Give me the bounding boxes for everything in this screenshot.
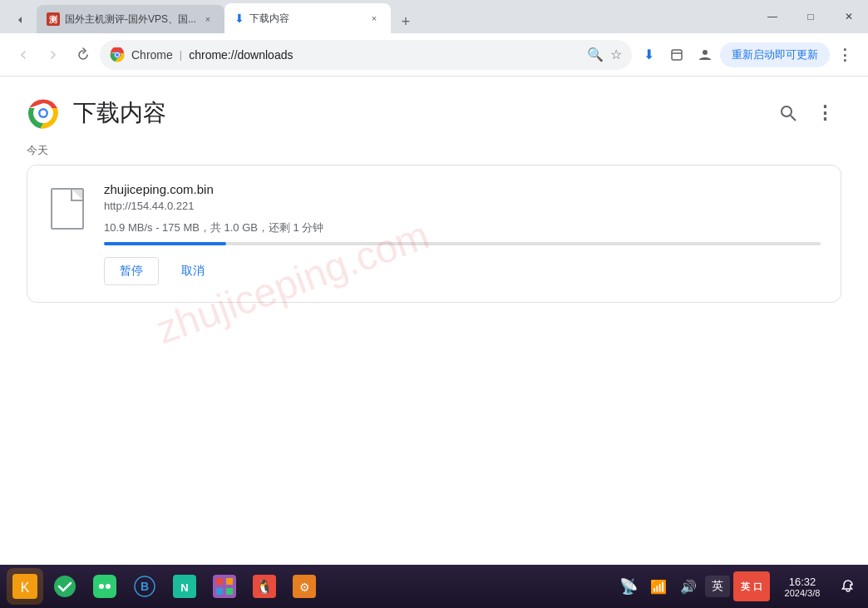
- page-header-right: ⋮: [772, 96, 841, 130]
- minimize-button[interactable]: —: [753, 0, 792, 33]
- ime-label: 英: [712, 579, 723, 594]
- chrome-logo-address: [110, 47, 125, 62]
- svg-rect-28: [226, 588, 233, 595]
- taskbar-signal-icon[interactable]: 📶: [645, 573, 672, 600]
- download-card-0: zhujiceping.com.bin http://154.44.0.221 …: [27, 165, 841, 303]
- download-status-icon[interactable]: ⬇: [635, 42, 662, 68]
- chrome-logo-page: [27, 96, 60, 130]
- taskbar-app-nvidia[interactable]: N: [166, 568, 203, 605]
- menu-button[interactable]: ⋮: [831, 42, 858, 68]
- svg-text:N: N: [180, 581, 188, 594]
- svg-point-4: [116, 53, 119, 57]
- progress-bar-fill: [104, 242, 226, 245]
- close-button[interactable]: ✕: [830, 0, 868, 33]
- download-progress-text: 10.9 MB/s - 175 MB，共 1.0 GB，还剩 1 分钟: [104, 220, 821, 235]
- taskbar-app-penguin[interactable]: 🐧: [246, 568, 283, 605]
- svg-rect-27: [216, 588, 223, 595]
- tab-download-icon: ⬇: [234, 12, 244, 25]
- clock-date: 2024/3/8: [785, 588, 821, 598]
- more-options-button[interactable]: ⋮: [808, 96, 841, 130]
- forward-button: [40, 42, 67, 68]
- bookmark-icon[interactable]: ☆: [610, 47, 622, 62]
- svg-rect-17: [93, 575, 116, 598]
- svg-rect-5: [672, 50, 682, 60]
- pause-button[interactable]: 暂停: [104, 257, 159, 285]
- sogou-label: 英 口: [741, 581, 762, 593]
- taskbar-app-kankan[interactable]: K: [7, 568, 43, 605]
- update-button[interactable]: 重新启动即可更新: [720, 42, 830, 67]
- svg-point-11: [41, 111, 47, 116]
- tab-bar: 测 国外主机测评-国外VPS、国... × ⬇ 下载内容 × +: [0, 0, 753, 33]
- tab-active-1[interactable]: ⬇ 下载内容 ×: [224, 3, 391, 33]
- nav-right-icons: ⬇ 重新启动即可更新 ⋮: [635, 42, 858, 68]
- url-separator: |: [180, 48, 182, 61]
- taskbar-app-bluetooth[interactable]: B: [126, 568, 163, 605]
- taskbar-app-wechat[interactable]: [86, 568, 123, 605]
- download-actions: 暂停 取消: [104, 257, 821, 285]
- svg-text:⚙: ⚙: [299, 581, 310, 594]
- url-display: chrome://downloads: [189, 48, 580, 62]
- profile-icon[interactable]: [692, 42, 718, 68]
- address-search-icon[interactable]: 🔍: [587, 47, 604, 62]
- svg-text:测: 测: [49, 15, 57, 24]
- back-button: [10, 42, 37, 68]
- address-bar[interactable]: Chrome | chrome://downloads 🔍 ☆: [100, 40, 632, 70]
- sogou-indicator[interactable]: 英 口: [733, 571, 770, 601]
- svg-point-19: [106, 584, 111, 589]
- svg-point-12: [782, 106, 792, 116]
- section-date-label: 今天: [27, 143, 841, 158]
- taskbar-app-tool[interactable]: ⚙: [286, 568, 323, 605]
- clock-time: 16:32: [789, 576, 816, 588]
- tab-scroll-back[interactable]: [7, 7, 33, 33]
- page-header-left: 下载内容: [27, 96, 166, 130]
- taskbar-app-colorful[interactable]: [206, 568, 243, 605]
- tab-close-1[interactable]: ×: [367, 12, 381, 25]
- progress-bar-container: [104, 242, 821, 245]
- clock-area[interactable]: 16:32 2024/3/8: [773, 576, 831, 598]
- tab-close-0[interactable]: ×: [201, 12, 215, 26]
- svg-text:🐧: 🐧: [256, 579, 273, 595]
- download-source-url[interactable]: http://154.44.0.221: [104, 200, 821, 212]
- page-content: zhujiceping.com 下载内容: [0, 77, 868, 565]
- svg-text:B: B: [141, 580, 149, 593]
- svg-rect-26: [226, 578, 233, 585]
- search-downloads-button[interactable]: [772, 96, 805, 130]
- ime-indicator[interactable]: 英: [705, 576, 730, 597]
- svg-point-7: [703, 50, 708, 55]
- downloads-section: 今天 zhujiceping.com.bin http://154.44.0.2…: [0, 136, 868, 309]
- svg-text:K: K: [21, 581, 30, 595]
- tab-view-icon[interactable]: [663, 42, 690, 68]
- tab-title-0: 国外主机测评-国外VPS、国...: [65, 12, 196, 27]
- maximize-button[interactable]: □: [792, 0, 830, 33]
- download-info: zhujiceping.com.bin http://154.44.0.221 …: [104, 182, 821, 285]
- reload-button[interactable]: [70, 42, 96, 68]
- download-filename: zhujiceping.com.bin: [104, 182, 821, 196]
- page-title: 下载内容: [73, 97, 166, 129]
- svg-point-16: [54, 576, 76, 597]
- tab-favicon-0: 测: [47, 12, 60, 26]
- cancel-button[interactable]: 取消: [165, 257, 220, 285]
- chrome-brand-label: Chrome: [131, 48, 173, 62]
- title-bar: 测 国外主机测评-国外VPS、国... × ⬇ 下载内容 × + — □ ✕: [0, 0, 868, 33]
- svg-rect-25: [216, 578, 223, 585]
- file-icon-shape: [51, 188, 84, 230]
- update-button-label: 重新启动即可更新: [732, 47, 818, 62]
- file-icon: [47, 185, 87, 232]
- notification-button[interactable]: [835, 573, 861, 600]
- navigation-bar: Chrome | chrome://downloads 🔍 ☆ ⬇ 重新启动即可…: [0, 33, 868, 77]
- taskbar: K B N: [0, 565, 868, 608]
- svg-line-13: [791, 116, 796, 121]
- tab-title-1: 下载内容: [249, 12, 362, 26]
- taskbar-volume-icon[interactable]: 🔊: [675, 573, 702, 600]
- tab-inactive-0[interactable]: 测 国外主机测评-国外VPS、国... ×: [37, 5, 224, 33]
- taskbar-app-check[interactable]: [47, 568, 83, 605]
- svg-point-18: [99, 584, 104, 589]
- taskbar-wifi-icon[interactable]: 📡: [615, 573, 642, 600]
- page-header: 下载内容 ⋮: [0, 77, 868, 136]
- new-tab-button[interactable]: +: [394, 10, 417, 33]
- window-controls: — □ ✕: [753, 0, 868, 33]
